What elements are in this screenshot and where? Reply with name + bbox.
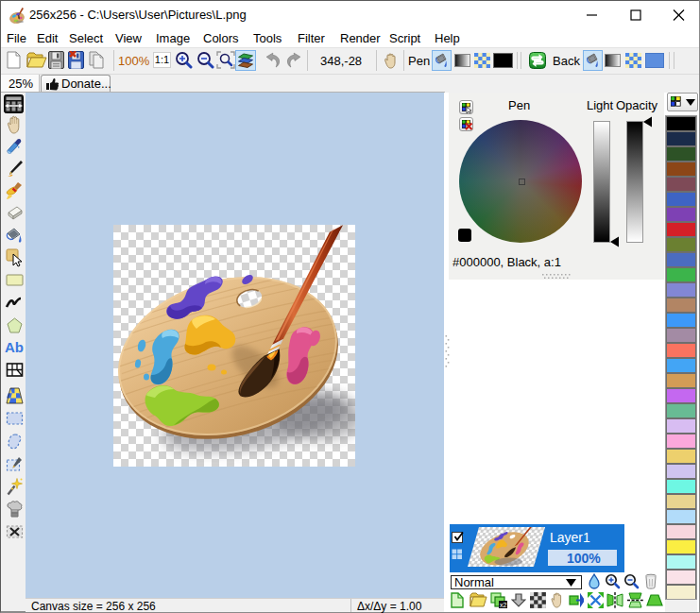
svg-text:x2: x2 [500,602,507,608]
